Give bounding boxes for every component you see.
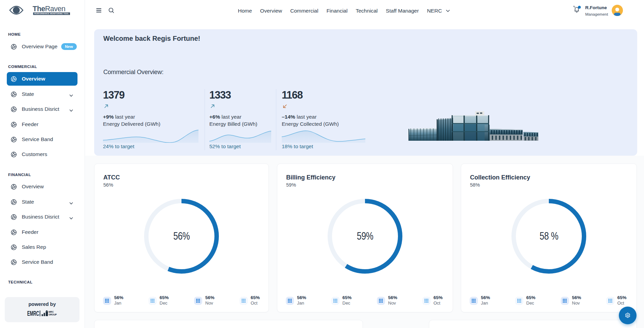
- svg-text:PERFORMANCE MONITORING TOOL: PERFORMANCE MONITORING TOOL: [34, 13, 69, 15]
- svg-text:The: The: [33, 5, 45, 13]
- svg-text:GROUP: GROUP: [49, 313, 57, 316]
- svg-text:Raven: Raven: [45, 5, 66, 13]
- svg-text:MRC: MRC: [49, 311, 54, 313]
- svg-text:EMRC: EMRC: [27, 310, 39, 317]
